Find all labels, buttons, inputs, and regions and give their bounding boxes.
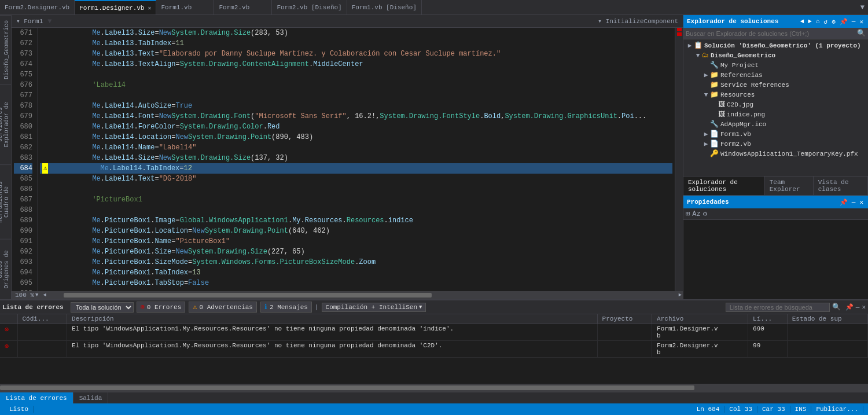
error-panel-pin[interactable]: 📌 xyxy=(845,303,854,311)
panel-tab-clases[interactable]: Vista de clases xyxy=(814,177,868,195)
error-hscroll[interactable] xyxy=(0,384,868,392)
line-numbers: 671 672 673 674 675 676 677 678 679 680 … xyxy=(12,28,38,291)
col-desc[interactable]: Descripción xyxy=(67,314,598,324)
tree-project[interactable]: ▼ 🗂 Diseño_Geometrico xyxy=(683,50,868,60)
se-icon-forward[interactable]: ► xyxy=(807,18,813,25)
error-search-input[interactable] xyxy=(726,303,830,312)
tab-form1vb-label: Form1.vb xyxy=(161,4,192,11)
messages-count-label: 2 Mensajes xyxy=(270,304,308,311)
col-icon xyxy=(0,314,17,324)
se-icon-close[interactable]: ✕ xyxy=(858,18,865,25)
tab-form2vb[interactable]: Form2.vb xyxy=(214,0,272,14)
build-filter-btn[interactable]: Compilación + IntelliSen ▼ xyxy=(322,303,426,312)
panel-tab-team[interactable]: Team Explorer xyxy=(765,177,814,195)
tab-form1diseno[interactable]: Form1.vb [Diseño] xyxy=(347,0,422,14)
tree-form2vb[interactable]: ▶ 📄 Form2.vb xyxy=(683,139,868,149)
tree-solution[interactable]: ▶ 📋 Solución 'Diseño_Geometrico' (1 proy… xyxy=(683,41,868,50)
ln-673: 673 xyxy=(14,49,32,59)
scroll-right-btn[interactable]: ► xyxy=(678,292,683,298)
error-project-2 xyxy=(597,341,652,358)
messages-filter-btn[interactable]: ℹ 2 Mensajes xyxy=(260,302,312,313)
prop-icon-category[interactable]: ⊞ xyxy=(686,210,690,218)
status-publish[interactable]: Publicar... xyxy=(811,406,863,413)
se-icon-pin[interactable]: 📌 xyxy=(838,18,849,25)
se-icon-minimize[interactable]: — xyxy=(851,18,857,25)
tab-form1designer-close[interactable]: ✕ xyxy=(148,5,151,12)
tree-resources-folder[interactable]: ▼ 📁 Resources xyxy=(683,90,868,100)
tree-service-refs[interactable]: 📁 Service References xyxy=(683,80,868,90)
warnings-filter-btn[interactable]: ⚠ 0 Advertencias xyxy=(189,302,257,313)
error-hscroll-thumb[interactable] xyxy=(0,385,694,390)
tree-adapp[interactable]: 🔧 AdAppMgr.ico xyxy=(683,119,868,129)
error-search-icon[interactable]: 🔍 xyxy=(832,303,841,311)
tree-tempkey[interactable]: 🔑 WindowsApplication1_TemporaryKey.pfx xyxy=(683,149,868,159)
solution-explorer-title: Explorador de soluciones xyxy=(687,18,799,25)
ln-674: 674 xyxy=(14,59,32,69)
status-ins: INS xyxy=(790,406,812,413)
tree-icon-form2vb: 📄 xyxy=(710,139,719,148)
editor-hscroll[interactable]: 100 % ▼ ◄ ► xyxy=(12,291,683,299)
sidebar-label-origenes[interactable]: Orígenes de datos xyxy=(0,239,11,299)
tree-c2d[interactable]: 🖼 C2D.jpg xyxy=(683,100,868,109)
properties-icon-close[interactable]: ✕ xyxy=(858,199,865,206)
bottom-tab-output[interactable]: Salida xyxy=(73,392,109,403)
sidebar-label-diseño[interactable]: Diseño_Geometrico xyxy=(0,15,11,84)
ln-693: 693 xyxy=(14,257,32,267)
error-scope-select[interactable]: Toda la solución xyxy=(71,302,134,313)
tab-form1vb[interactable]: Form1.vb xyxy=(156,0,214,14)
col-status[interactable]: Estado de sup xyxy=(787,314,867,324)
panel-tab-team-label: Team Explorer xyxy=(770,179,800,193)
tree-referencias[interactable]: ▶ 📁 Referencias xyxy=(683,70,868,80)
col-project[interactable]: Proyecto xyxy=(597,314,652,324)
error-row-2[interactable]: ⊗ El tipo 'WindowsApplication1.My.Resour… xyxy=(0,341,868,358)
tab-form1designer[interactable]: Form1.Designer.vb ✕ xyxy=(75,0,156,14)
prop-icon-alpha[interactable]: Az xyxy=(692,210,700,218)
tree-icon-myproject: 🔧 xyxy=(710,61,719,69)
ln-671: 671 xyxy=(14,28,32,38)
error-panel-close[interactable]: ✕ xyxy=(862,303,866,311)
tree-myproject[interactable]: 🔧 My Project xyxy=(683,60,868,70)
hscroll-thumb[interactable] xyxy=(64,293,432,298)
panel-tab-solution[interactable]: Explorador de soluciones xyxy=(683,177,765,195)
sidebar-label-servidores[interactable]: Explorador de servidores xyxy=(0,84,11,164)
se-icon-back[interactable]: ◄ xyxy=(799,18,806,25)
se-icon-refresh[interactable]: ↺ xyxy=(823,18,829,25)
solution-search-icon[interactable]: 🔍 xyxy=(857,29,866,38)
scroll-left-btn[interactable]: ◄ xyxy=(43,292,46,298)
tree-label-myproject: My Project xyxy=(720,62,759,69)
solution-tree: ▶ 📋 Solución 'Diseño_Geometrico' (1 proy… xyxy=(683,39,868,176)
code-line-690: Me.PictureBox1.Location = New System.Dra… xyxy=(40,226,672,236)
code-line-695: Me.PictureBox1.TabStop = False xyxy=(40,278,672,288)
hscroll-track[interactable] xyxy=(64,293,678,298)
ln-680: 680 xyxy=(14,122,32,132)
error-row-1[interactable]: ⊗ El tipo 'WindowsApplication1.My.Resour… xyxy=(0,324,868,341)
toolbar-form-label[interactable]: ▾ Form1 xyxy=(14,17,45,25)
col-line[interactable]: Lí... xyxy=(748,314,788,324)
zoom-indicator[interactable]: 100 % ▼ xyxy=(13,292,41,299)
tree-label-form1vb: Form1.vb xyxy=(720,131,751,138)
col-file[interactable]: Archivo xyxy=(652,314,748,324)
zoom-dropdown-icon[interactable]: ▼ xyxy=(35,292,38,298)
bottom-tab-errors[interactable]: Lista de errores xyxy=(0,392,73,403)
tab-form2designer[interactable]: Form2.Designer.vb xyxy=(0,0,75,14)
code-line-687: 'PictureBox1 xyxy=(40,194,672,205)
col-code[interactable]: Códi... xyxy=(17,314,67,324)
properties-icon-pin[interactable]: 📌 xyxy=(838,199,849,206)
tree-label-indice: indice.png xyxy=(727,111,765,118)
solution-search-input[interactable] xyxy=(686,30,857,37)
tab-form2diseno[interactable]: Form2.vb [Diseño] xyxy=(272,0,347,14)
tree-form1vb[interactable]: ▶ 📄 Form1.vb xyxy=(683,129,868,139)
tab-dropdown-btn[interactable]: ▼ xyxy=(857,3,868,12)
prop-icon-settings[interactable]: ⚙ xyxy=(703,210,707,218)
code-line-694: Me.PictureBox1.TabIndex = 13 xyxy=(40,267,672,278)
sidebar-label-herramientas[interactable]: Cuadro de herramientas xyxy=(0,164,11,239)
se-icon-home[interactable]: ⌂ xyxy=(815,18,821,25)
code-area[interactable]: Me.Label13.Size = New System.Drawing.Siz… xyxy=(38,28,675,291)
errors-filter-btn[interactable]: ⊗ 0 Errores xyxy=(137,302,186,313)
se-icon-settings[interactable]: ⚙ xyxy=(830,18,837,25)
properties-content xyxy=(683,220,868,299)
error-panel-minimize[interactable]: — xyxy=(856,304,860,311)
toolbar-method-label[interactable]: ▾ InitializeComponent xyxy=(595,17,681,25)
tree-indice[interactable]: 🖼 indice.png xyxy=(683,109,868,119)
properties-icon-minimize[interactable]: — xyxy=(851,199,857,206)
